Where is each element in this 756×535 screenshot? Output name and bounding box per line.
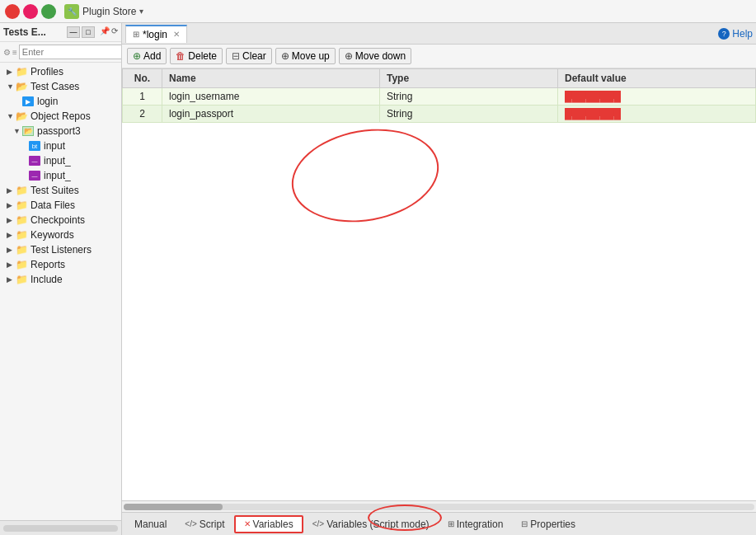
add-icon: ⊕ <box>133 50 141 62</box>
reports-label: Reports <box>31 259 65 270</box>
tab-script-icon: </> <box>185 519 196 528</box>
sidebar-item-login[interactable]: ▶ login <box>0 94 121 109</box>
tab-properties[interactable]: ⊟ Properties <box>512 515 585 533</box>
sidebar-item-test-listeners[interactable]: ▶ 📁 Test Listeners <box>0 242 121 257</box>
table-row[interactable]: 2login_passportString████████ <box>123 106 756 123</box>
plugin-dropdown-arrow[interactable]: ▾ <box>139 7 143 16</box>
plugin-store-label[interactable]: Plugin Store <box>82 6 136 17</box>
cell-default: ████████ <box>558 106 756 123</box>
tab-script[interactable]: </> Script <box>176 515 233 533</box>
col-header-type: Type <box>380 69 558 88</box>
sidebar-item-keywords[interactable]: ▶ 📁 Keywords <box>0 228 121 242</box>
tab-variables-icon: ✕ <box>244 519 251 528</box>
add-label: Add <box>143 50 161 62</box>
sidebar-filter-icon[interactable]: ⚙ <box>3 48 11 57</box>
main-layout: Tests E... — □ 📌 ⟳ ⚙ ≡ 🔍 ✕ ▶ 📁 Profiles <box>0 23 756 535</box>
h-scroll-thumb[interactable] <box>124 504 223 510</box>
delete-button[interactable]: 🗑 Delete <box>170 48 223 64</box>
clear-label: Clear <box>242 50 266 62</box>
sidebar-item-input3[interactable]: — input_ <box>0 168 121 183</box>
cell-no: 2 <box>123 106 162 123</box>
tab-login-label: *login <box>143 29 167 40</box>
sidebar-minimize-btn[interactable]: — <box>67 26 80 38</box>
sidebar-item-passport3[interactable]: ▼ 📂 passport3 <box>0 124 121 138</box>
tab-properties-icon: ⊟ <box>521 519 528 528</box>
window-controls <box>5 4 56 19</box>
delete-label: Delete <box>188 50 217 62</box>
tab-login-close[interactable]: ✕ <box>173 30 180 39</box>
sidebar-item-include[interactable]: ▶ 📁 Include <box>0 272 121 287</box>
sidebar-pin-btn[interactable]: 📌 <box>100 26 110 38</box>
test-listeners-folder-icon: 📁 <box>15 244 28 256</box>
maximize-window-icon[interactable] <box>41 4 56 19</box>
move-up-button[interactable]: ⊕ Move up <box>275 48 336 64</box>
include-arrow: ▶ <box>7 275 15 284</box>
passport3-folder-icon: 📂 <box>21 125 35 137</box>
tests-explorer-label: Tests E... <box>3 26 46 38</box>
cell-no: 1 <box>123 88 162 106</box>
horizontal-scrollbar[interactable] <box>122 500 756 512</box>
sidebar-sync-btn[interactable]: ⟳ <box>111 26 118 38</box>
move-up-icon: ⊕ <box>281 50 289 62</box>
keywords-arrow: ▶ <box>7 231 15 239</box>
tab-manual[interactable]: Manual <box>125 515 176 533</box>
sidebar-item-profiles[interactable]: ▶ 📁 Profiles <box>0 64 121 79</box>
content-area: ⊞ *login ✕ ? Help ⊕ Add 🗑 Delete ⊟ Clear <box>122 23 756 535</box>
move-up-label: Move up <box>292 50 330 62</box>
sidebar-controls: — □ 📌 ⟳ <box>67 26 118 38</box>
input3-icon: — <box>28 170 41 181</box>
sidebar-item-object-repos[interactable]: ▼ 📂 Object Repos <box>0 109 121 124</box>
table-row[interactable]: 1login_usernameString████████ <box>123 88 756 106</box>
tab-variables-script-icon: </> <box>312 519 324 528</box>
test-suites-arrow: ▶ <box>7 186 15 195</box>
tab-variables[interactable]: ✕ Variables <box>234 515 303 533</box>
test-listeners-arrow: ▶ <box>7 246 15 254</box>
sidebar-search-input[interactable] <box>19 45 122 59</box>
sidebar-scrollbar[interactable] <box>3 525 118 532</box>
sidebar-header: Tests E... — □ 📌 ⟳ <box>0 23 121 42</box>
tab-manual-label: Manual <box>134 519 167 530</box>
close-window-icon[interactable] <box>5 4 20 19</box>
bottom-tabs: Manual </> Script ✕ Variables </> Variab… <box>122 512 756 535</box>
plugin-store-nav: 🔧 Plugin Store ▾ <box>64 4 143 19</box>
add-button[interactable]: ⊕ Add <box>127 48 167 64</box>
sidebar-maximize-btn[interactable]: □ <box>82 26 95 38</box>
sidebar-item-input2[interactable]: — input_ <box>0 153 121 168</box>
cell-name: login_username <box>162 88 380 106</box>
test-cases-folder-icon: 📂 <box>15 81 28 92</box>
login-label: login <box>37 96 58 107</box>
data-files-arrow: ▶ <box>7 201 15 209</box>
tab-properties-label: Properties <box>530 519 575 530</box>
sidebar-item-checkpoints[interactable]: ▶ 📁 Checkpoints <box>0 213 121 228</box>
checkpoints-label: Checkpoints <box>31 214 85 226</box>
profiles-arrow: ▶ <box>7 68 15 76</box>
sidebar-tree: ▶ 📁 Profiles ▼ 📂 Test Cases ▶ login ▼ 📂 … <box>0 63 121 520</box>
sidebar-item-input-bt[interactable]: bt input <box>0 138 121 153</box>
profiles-label: Profiles <box>31 66 63 77</box>
clear-button[interactable]: ⊟ Clear <box>226 48 272 64</box>
h-scroll-track <box>124 504 754 510</box>
tab-variables-label: Variables <box>253 519 293 530</box>
help-label: Help <box>732 28 753 40</box>
redacted-value: ████████ <box>565 91 621 99</box>
move-down-button[interactable]: ⊕ Move down <box>339 48 411 64</box>
sidebar-item-data-files[interactable]: ▶ 📁 Data Files <box>0 198 121 213</box>
tab-variables-script[interactable]: </> Variables (Script mode) <box>303 515 439 533</box>
include-label: Include <box>31 274 63 285</box>
test-suites-label: Test Suites <box>31 185 79 196</box>
tab-login[interactable]: ⊞ *login ✕ <box>125 25 187 43</box>
help-nav[interactable]: ? Help <box>718 28 753 40</box>
tab-integration[interactable]: ⊞ Integration <box>439 515 513 533</box>
cell-type: String <box>380 88 558 106</box>
input3-arrow <box>20 171 28 180</box>
sidebar-item-test-cases[interactable]: ▼ 📂 Test Cases <box>0 79 121 94</box>
sidebar-item-reports[interactable]: ▶ 📁 Reports <box>0 257 121 272</box>
sidebar-expand-icon[interactable]: ≡ <box>12 48 17 57</box>
tab-bar: ⊞ *login ✕ ? Help <box>122 23 756 45</box>
profiles-folder-icon: 📁 <box>15 66 28 77</box>
data-files-label: Data Files <box>31 199 75 211</box>
sidebar-item-test-suites[interactable]: ▶ 📁 Test Suites <box>0 183 121 198</box>
col-header-name: Name <box>162 69 380 88</box>
tab-login-icon: ⊞ <box>133 30 139 39</box>
minimize-window-icon[interactable] <box>23 4 38 19</box>
